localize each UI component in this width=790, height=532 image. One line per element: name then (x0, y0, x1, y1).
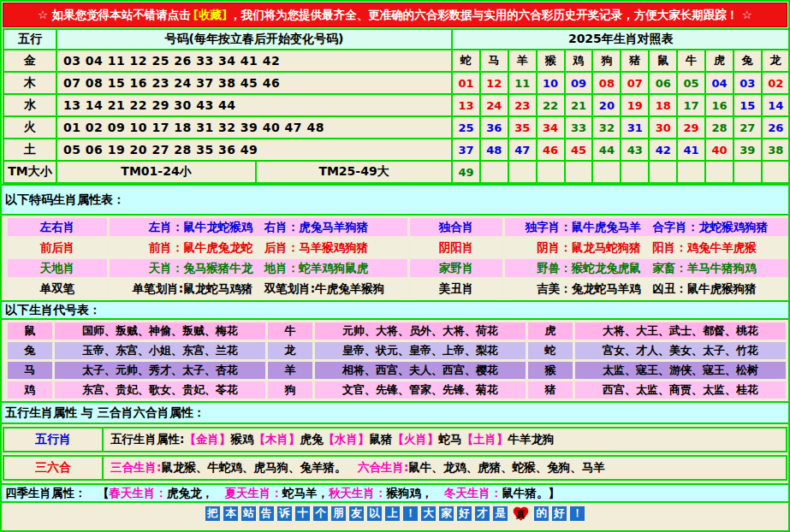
zodiac-cell: 34 (537, 116, 565, 139)
banner-text-before: ☆ 如果您觉得本站不错请点击 (38, 8, 191, 23)
text-segment: 虎兔 (300, 432, 323, 447)
zodiac-cell: 36 (480, 116, 508, 139)
attr-table-body: 左右肖左肖：鼠牛龙蛇猴鸡 右肖：虎兔马羊狗猪独合肖独字肖：鼠牛虎兔马羊 合字肖：… (8, 218, 788, 298)
code-zodiac-cell: 羊 (268, 362, 312, 379)
zodiac-cell (677, 161, 705, 183)
text-segment: 【木肖】 (253, 432, 300, 447)
attr-text-cell: 野兽：猴蛇龙兔虎鼠 家畜：羊马牛猪狗鸡 (505, 259, 788, 277)
code-table-body: 鼠国师、叛贼、神偷、叛贼、梅花牛元帅、大将、员外、大将、荷花虎大将、大王、武士、… (8, 322, 786, 399)
attr-label-cell: 左右肖 (8, 218, 107, 236)
zodiac-cell: 42 (649, 139, 677, 161)
text-segment: 蛇马 (438, 432, 461, 447)
zodiac-cell: 兔 (734, 50, 762, 72)
attr-text-cell: 前肖：鼠牛虎兔龙蛇 后肖：马羊猴鸡狗猪 (110, 239, 407, 257)
text-segment: 五行生肖属性: (110, 432, 184, 447)
slogan-char[interactable]: 大 (421, 506, 436, 521)
code-zodiac-cell: 虎 (528, 322, 573, 340)
zodiac-cell: 21 (565, 94, 593, 116)
tm-row: TM大小TM01-24小TM25-49大49 (3, 161, 790, 183)
slogan-char[interactable]: 是 (493, 506, 508, 521)
slogan-char[interactable]: 诉 (277, 506, 292, 521)
text-segment: 鼠龙猴、牛蛇鸡、虎马狗、兔羊猪。 (161, 460, 358, 476)
zodiac-cell: 05 (677, 72, 705, 94)
tm-label-cell: TM大小 (3, 161, 56, 183)
code-zodiac-cell: 兔 (8, 342, 52, 359)
zodiac-cell: 28 (705, 116, 734, 139)
attr-row: 前后肖前肖：鼠牛虎兔龙蛇 后肖：马羊猴鸡狗猪阴阳肖阴肖：鼠龙马蛇狗猪 阳肖：鸡兔… (8, 239, 788, 257)
zodiac-cell: 17 (677, 94, 705, 116)
zodiac-cell: 46 (537, 139, 565, 161)
slogan-char[interactable]: 本 (223, 506, 238, 521)
slogan-char[interactable]: 好 (552, 506, 567, 521)
slogan-char[interactable]: 上 (385, 506, 400, 521)
slogan-char[interactable]: 站 (241, 506, 256, 521)
attr-label-cell: 天地肖 (8, 259, 107, 277)
slogan-char[interactable]: 告 (259, 506, 274, 521)
zodiac-cell: 19 (621, 94, 649, 116)
zodiac-cell: 鸡 (565, 50, 593, 72)
zodiac-cell (734, 161, 762, 183)
slogan-char: 真 (516, 508, 526, 521)
slogan-char[interactable]: 友 (349, 506, 364, 521)
banner-text-after: ，我们将为您提供最齐全、更准确的六合彩数据与实用的六合彩历史开奖记录，方便大家长… (229, 8, 752, 23)
bottom-slogan-bar[interactable]: 把本站告诉十个朋友以上！大家好才是真的好！ (2, 504, 788, 523)
zodiac-cell: 猴 (537, 50, 565, 72)
zodiac-cell: 47 (508, 139, 537, 161)
text-segment: 【水肖】 (323, 432, 369, 447)
code-zodiac-cell: 马 (8, 362, 52, 379)
zodiac-cell: 14 (762, 94, 790, 116)
slogan-char[interactable]: 以 (367, 506, 382, 521)
slogan-char[interactable]: 个 (313, 506, 328, 521)
slogan-char[interactable]: 才 (475, 506, 490, 521)
slogan-char[interactable]: 十 (295, 506, 310, 521)
zodiac-cell: 30 (649, 116, 677, 139)
bookmark-link[interactable]: [收藏] (193, 8, 227, 23)
slogan-char[interactable]: 把 (205, 506, 220, 521)
heart-icon[interactable]: 真 (511, 505, 531, 523)
code-row: 鸡东宫、贵妃、歌女、贵妃、苓花狗文官、先锋、管家、先锋、菊花猪西宫、太监、商贾、… (8, 381, 786, 399)
zodiac-cell: 09 (565, 72, 593, 94)
slogan-char[interactable]: ！ (570, 506, 585, 521)
zodiac-cell: 37 (452, 139, 480, 161)
text-segment: 猴狗鸡， (387, 486, 445, 501)
code-zodiac-cell: 猪 (528, 381, 573, 399)
code-zodiac-cell: 狗 (268, 381, 312, 399)
code-names-cell: 太监、寇王、游侠、寇王、松树 (575, 362, 786, 379)
text-segment: 【金肖】 (184, 432, 230, 447)
code-names-cell: 东宫、贵妃、歌女、贵妃、苓花 (55, 381, 265, 399)
season-zodiac-strip: 四季生肖属性： 【春天生肖：虎兔龙， 夏天生肖：蛇马羊，秋天生肖：猴狗鸡， 冬天… (2, 483, 788, 503)
attr-label-cell: 单双笔 (8, 280, 107, 298)
zodiac-cell: 鼠 (649, 50, 677, 72)
zodiac-cell: 41 (677, 139, 705, 161)
slogan-char[interactable]: 好 (457, 506, 472, 521)
main-table-row: 金03 04 11 12 25 26 33 34 41 42蛇马羊猴鸡狗猪鼠牛虎… (3, 50, 790, 72)
zodiac-cell: 牛 (677, 50, 705, 72)
zodiac-cell: 18 (649, 94, 677, 116)
zodiac-cell: 06 (649, 72, 677, 94)
zodiac-cell: 33 (565, 116, 593, 139)
zodiac-attribute-table: 左右肖左肖：鼠牛龙蛇猴鸡 右肖：虎兔马羊狗猪独合肖独字肖：鼠牛虎兔马羊 合字肖：… (5, 216, 790, 300)
slogan-char[interactable]: 朋 (331, 506, 346, 521)
tm-small-cell: TM01-24小 (56, 161, 256, 183)
zodiac-cell (649, 161, 677, 183)
text-segment: 三合生肖: (110, 460, 161, 476)
numbers-cell: 07 08 15 16 23 24 37 38 45 46 (56, 72, 452, 94)
zodiac-cell: 12 (480, 72, 508, 94)
slogan-char[interactable]: 家 (439, 506, 454, 521)
wuxing-attr-row: 五行肖 五行生肖属性: 【金肖】猴鸡 【木肖】虎兔 【水肖】鼠猪 【火肖】蛇马 … (3, 427, 787, 452)
wuxing-label-cell: 金 (3, 50, 56, 72)
main-table-row: 土05 06 19 20 27 28 35 36 493748474645444… (3, 139, 790, 161)
slogan-char[interactable]: 的 (534, 506, 549, 521)
page: { "colors": { "red": "#E60000", "blue": … (0, 0, 790, 532)
wuxing-label-cell: 木 (3, 72, 56, 94)
zodiac-cell: 15 (734, 94, 762, 116)
text-segment: 冬天生肖： (444, 486, 502, 501)
code-row: 兔玉帝、东宫、小姐、东宫、兰花龙皇帝、状元、皇帝、上帝、梨花蛇宫女、才人、美女、… (8, 342, 786, 359)
numbers-cell: 13 14 21 22 29 30 43 44 (56, 94, 452, 116)
code-names-cell: 相将、西宫、夫人、西宫、樱花 (315, 362, 526, 379)
code-names-cell: 国师、叛贼、神偷、叛贼、梅花 (55, 322, 265, 340)
main-table-row: 水13 14 21 22 29 30 43 441324232221201918… (3, 94, 790, 116)
text-segment: 鼠牛、龙鸡、虎猪、蛇猴、兔狗、马羊 (408, 460, 605, 476)
slogan-char[interactable]: ！ (403, 506, 418, 521)
numbers-cell: 05 06 19 20 27 28 35 36 49 (56, 139, 452, 161)
